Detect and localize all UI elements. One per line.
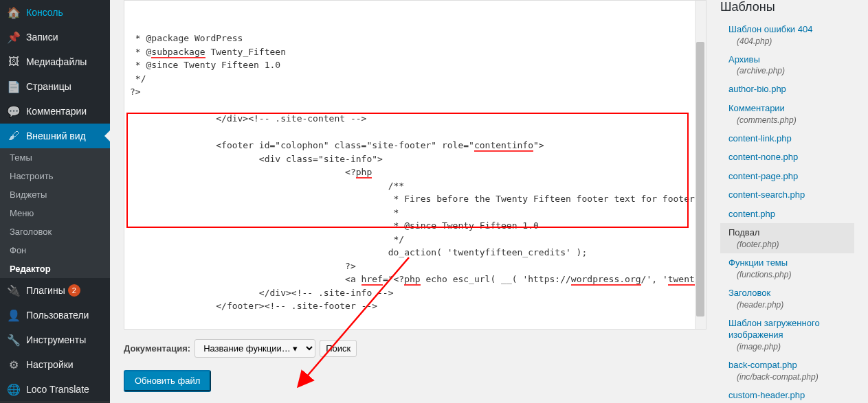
update-file-button[interactable]: Обновить файл <box>124 370 211 391</box>
sidebar-item-label: Медиафайлы <box>26 56 87 67</box>
sidebar-item-label: Настройки <box>26 359 74 370</box>
template-label: custom-header.php <box>728 390 805 400</box>
template-item[interactable]: Комментарии(comments.php) <box>720 99 854 129</box>
template-label: content-page.php <box>728 171 798 181</box>
editor-scrollbar[interactable] <box>695 1 706 329</box>
sidebar-item-8[interactable]: 🔧Инструменты <box>0 327 110 352</box>
sidebar-item-10[interactable]: 🌐Loco Translate <box>0 377 110 402</box>
sidebar-item-label: Записи <box>26 32 58 43</box>
template-label: content.php <box>728 209 775 219</box>
template-item[interactable]: author-bio.php <box>720 80 854 99</box>
template-filename: (404.php) <box>728 36 852 47</box>
documentation-label: Документация: <box>124 343 190 354</box>
sidebar-item-label: Консоль <box>26 7 63 18</box>
template-item[interactable]: content-search.php <box>720 185 854 205</box>
template-label: Заголовок <box>728 288 770 298</box>
sidebar-sub-item[interactable]: Редактор <box>0 260 110 278</box>
menu-icon: 💬 <box>7 104 21 118</box>
template-label: Архивы <box>728 54 760 65</box>
menu-icon: 🖼 <box>7 55 21 69</box>
menu-icon: 👤 <box>7 308 21 322</box>
menu-icon: 🏠 <box>7 5 21 19</box>
search-button[interactable]: Поиск <box>320 340 357 357</box>
sidebar-item-1[interactable]: 📌Записи <box>0 25 110 49</box>
menu-icon: 📄 <box>7 80 21 93</box>
template-item[interactable]: back-compat.php(inc/back-compat.php) <box>720 356 854 386</box>
menu-icon: 🌐 <box>7 382 21 396</box>
sidebar-item-9[interactable]: ⚙Настройки <box>0 352 110 377</box>
template-item[interactable]: Подвал(footer.php) <box>720 223 854 253</box>
sidebar-item-label: Loco Translate <box>26 384 89 395</box>
sidebar-item-0[interactable]: 🏠Консоль <box>0 0 110 25</box>
template-label: Комментарии <box>728 103 785 113</box>
menu-icon: 📌 <box>7 30 21 44</box>
sidebar-sub-item[interactable]: Меню <box>0 204 110 222</box>
update-badge: 2 <box>68 284 80 297</box>
menu-icon: ⚙ <box>7 358 21 371</box>
templates-title: Шаблоны <box>720 0 854 14</box>
templates-list: Шаблон ошибки 404(404.php)Архивы(archive… <box>720 20 854 403</box>
documentation-row: Документация: Название функции… ▾ Поиск <box>124 339 706 358</box>
sidebar-item-7[interactable]: 👤Пользователи <box>0 303 110 327</box>
template-label: author-bio.php <box>728 84 786 94</box>
template-label: content-link.php <box>728 133 792 143</box>
function-name-select[interactable]: Название функции… ▾ <box>194 339 315 358</box>
sidebar-item-5[interactable]: 🖌Внешний вид <box>0 124 110 148</box>
code-editor[interactable]: * @package WordPress * @subpackage Twent… <box>124 0 706 330</box>
template-filename: (image.php) <box>728 341 852 352</box>
sidebar-sub-item[interactable]: Настроить <box>0 167 110 185</box>
sidebar-sub-item[interactable]: Фон <box>0 241 110 260</box>
template-item[interactable]: Заголовок(header.php) <box>720 284 854 314</box>
main-content: * @package WordPress * @subpackage Twent… <box>110 0 868 403</box>
template-label: content-none.php <box>728 152 798 162</box>
template-label: Подвал <box>728 227 759 238</box>
template-item[interactable]: content.php <box>720 205 854 224</box>
template-label: Шаблон ошибки 404 <box>728 24 812 34</box>
template-filename: (inc/back-compat.php) <box>728 371 852 382</box>
sidebar-item-label: Страницы <box>26 81 71 92</box>
template-item[interactable]: Функции темы(functions.php) <box>720 253 854 284</box>
template-item[interactable]: content-page.php <box>720 167 854 186</box>
template-label: back-compat.php <box>728 360 797 370</box>
sidebar-sub-item[interactable]: Заголовок <box>0 222 110 241</box>
sidebar-item-2[interactable]: 🖼Медиафайлы <box>0 49 110 74</box>
sidebar-item-6[interactable]: 🔌Плагины2 <box>0 278 110 303</box>
template-label: Шаблон загруженного изображения <box>728 318 820 341</box>
sidebar-sub-item[interactable]: Виджеты <box>0 185 110 204</box>
sidebar-item-label: Внешний вид <box>26 130 86 141</box>
template-filename: (archive.php) <box>728 65 852 76</box>
menu-icon: 🔌 <box>7 284 21 297</box>
template-item[interactable]: content-none.php <box>720 148 854 167</box>
template-filename: (header.php) <box>728 299 852 310</box>
template-item[interactable]: Архивы(archive.php) <box>720 50 854 80</box>
sidebar-item-label: Комментарии <box>26 106 87 117</box>
template-label: content-search.php <box>728 189 805 200</box>
admin-sidebar: 🏠Консоль📌Записи🖼Медиафайлы📄Страницы💬Комм… <box>0 0 110 403</box>
sidebar-item-label: Пользователи <box>26 310 89 321</box>
menu-icon: 🖌 <box>7 129 21 143</box>
menu-icon: 🔧 <box>7 333 21 347</box>
template-item[interactable]: Шаблон загруженного изображения(image.ph… <box>720 314 854 356</box>
template-item[interactable]: Шаблон ошибки 404(404.php) <box>720 20 854 50</box>
sidebar-item-4[interactable]: 💬Комментарии <box>0 99 110 124</box>
template-label: Функции темы <box>728 257 788 268</box>
template-filename: (functions.php) <box>728 269 852 280</box>
sidebar-sub-item[interactable]: Темы <box>0 148 110 167</box>
template-filename: (comments.php) <box>728 115 852 126</box>
template-item[interactable]: content-link.php <box>720 129 854 148</box>
sidebar-item-3[interactable]: 📄Страницы <box>0 74 110 99</box>
templates-panel: Шаблоны Шаблон ошибки 404(404.php)Архивы… <box>720 0 854 403</box>
template-filename: (footer.php) <box>728 239 852 250</box>
sidebar-item-label: Инструменты <box>26 334 86 345</box>
sidebar-item-label: Плагины <box>26 285 65 296</box>
template-item[interactable]: custom-header.php(inc/custom-header.php) <box>720 386 854 403</box>
